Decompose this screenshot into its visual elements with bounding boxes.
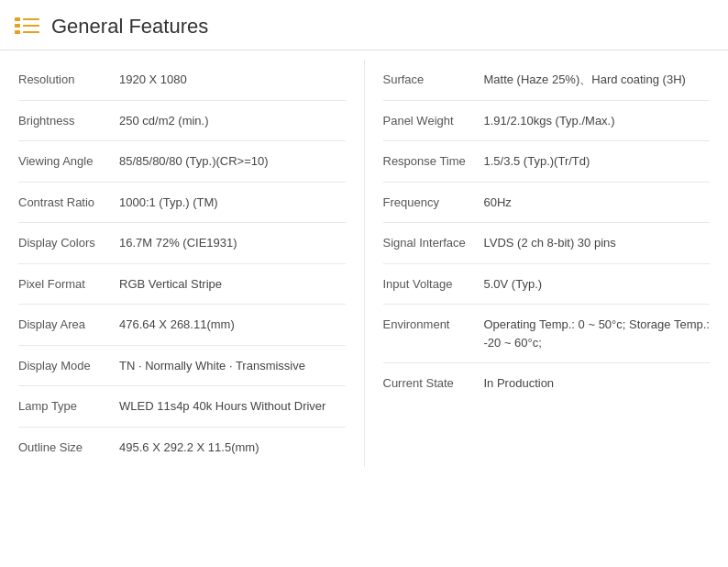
row-label: Brightness (18, 112, 119, 130)
page-title: General Features (51, 15, 208, 39)
row-label: Signal Interface (383, 234, 484, 252)
list-icon (15, 16, 40, 38)
table-row: Signal InterfaceLVDS (2 ch 8-bit) 30 pin… (383, 223, 711, 264)
table-row: Input Voltage5.0V (Typ.) (383, 264, 711, 306)
row-label: Frequency (383, 194, 484, 212)
table-row: Resolution1920 X 1080 (18, 60, 346, 101)
row-label: Response Time (383, 152, 484, 171)
row-value: Operating Temp.: 0 ~ 50°c; Storage Temp.… (484, 316, 711, 351)
row-value: 16.7M 72% (CIE1931) (119, 234, 346, 252)
row-label: Input Voltage (383, 275, 484, 294)
table-row: SurfaceMatte (Haze 25%)、Hard coating (3H… (383, 60, 711, 101)
svg-rect-3 (23, 18, 39, 20)
row-value: TN · Normally White · Transmissive (119, 357, 346, 375)
table-row: EnvironmentOperating Temp.: 0 ~ 50°c; St… (383, 305, 711, 363)
left-column: Resolution1920 X 1080Brightness250 cd/m2… (0, 60, 365, 467)
row-label: Resolution (18, 71, 119, 89)
row-value: WLED 11s4p 40k Hours Without Driver (119, 397, 346, 416)
table-row: Lamp TypeWLED 11s4p 40k Hours Without Dr… (18, 386, 346, 428)
row-value: RGB Vertical Stripe (119, 275, 346, 294)
table-row: Current StateIn Production (383, 363, 711, 404)
row-value: 85/85/80/80 (Typ.)(CR>=10) (119, 152, 346, 171)
page-header: General Features (0, 0, 728, 50)
row-label: Viewing Angle (18, 152, 119, 171)
row-label: Pixel Format (18, 275, 119, 294)
table-row: Response Time1.5/3.5 (Typ.)(Tr/Td) (383, 141, 711, 183)
row-label: Lamp Type (18, 397, 119, 416)
row-value: 5.0V (Typ.) (484, 275, 711, 294)
row-label: Display Mode (18, 357, 119, 375)
table-row: Display ModeTN · Normally White · Transm… (18, 346, 346, 387)
table-row: Outline Size495.6 X 292.2 X 11.5(mm) (18, 428, 346, 468)
row-value: 1000:1 (Typ.) (TM) (119, 194, 346, 212)
svg-rect-4 (23, 25, 39, 27)
row-label: Outline Size (18, 439, 119, 457)
table-row: Contrast Ratio1000:1 (Typ.) (TM) (18, 183, 346, 224)
row-value: 1.5/3.5 (Typ.)(Tr/Td) (484, 152, 711, 171)
table-row: Display Area476.64 X 268.11(mm) (18, 305, 346, 346)
row-label: Contrast Ratio (18, 194, 119, 212)
row-label: Display Colors (18, 234, 119, 252)
table-row: Display Colors16.7M 72% (CIE1931) (18, 223, 346, 264)
row-value: In Production (484, 374, 711, 393)
row-value: 495.6 X 292.2 X 11.5(mm) (119, 439, 346, 457)
row-label: Panel Weight (383, 112, 484, 130)
table-row: Viewing Angle85/85/80/80 (Typ.)(CR>=10) (18, 141, 346, 183)
row-label: Display Area (18, 316, 119, 334)
row-value: Matte (Haze 25%)、Hard coating (3H) (484, 71, 711, 89)
table-row: Brightness250 cd/m2 (min.) (18, 101, 346, 142)
row-value: 476.64 X 268.11(mm) (119, 316, 346, 334)
table-row: Frequency60Hz (383, 183, 711, 224)
svg-rect-2 (15, 30, 20, 34)
row-value: 1.91/2.10kgs (Typ./Max.) (484, 112, 711, 130)
row-value: 1920 X 1080 (119, 71, 346, 89)
row-value: LVDS (2 ch 8-bit) 30 pins (484, 234, 711, 252)
right-column: SurfaceMatte (Haze 25%)、Hard coating (3H… (365, 60, 729, 467)
svg-rect-5 (23, 31, 39, 33)
features-content: Resolution1920 X 1080Brightness250 cd/m2… (0, 60, 728, 485)
svg-rect-0 (15, 17, 20, 21)
row-label: Current State (383, 374, 484, 393)
row-label: Surface (383, 71, 484, 89)
row-value: 60Hz (484, 194, 711, 212)
row-label: Environment (383, 316, 484, 334)
table-row: Pixel FormatRGB Vertical Stripe (18, 264, 346, 306)
row-value: 250 cd/m2 (min.) (119, 112, 346, 130)
table-row: Panel Weight1.91/2.10kgs (Typ./Max.) (383, 101, 711, 142)
svg-rect-1 (15, 24, 20, 28)
